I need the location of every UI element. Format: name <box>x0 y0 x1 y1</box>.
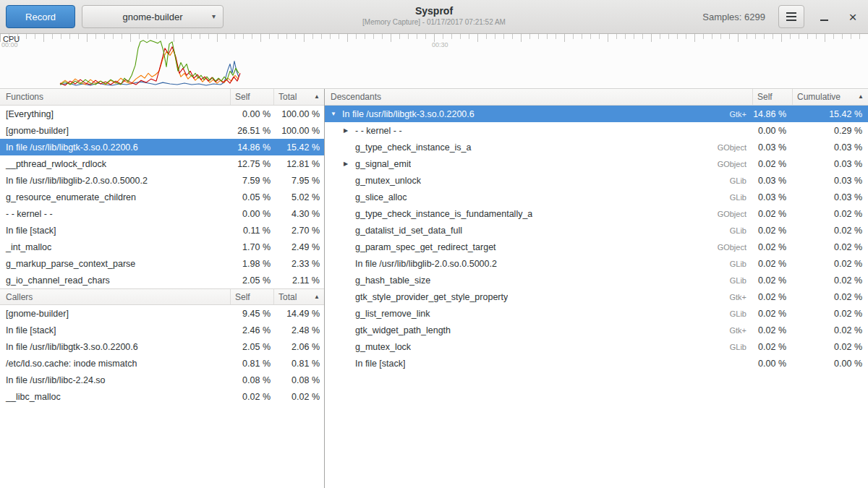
total-percent: 14.49 % <box>273 309 324 319</box>
self-percent: 0.00 % <box>230 209 273 219</box>
self-percent: 0.00 % <box>752 359 792 369</box>
descendant-row[interactable]: g_type_check_instance_is_fundamentally_a… <box>325 205 868 222</box>
cumulative-percent: 0.03 % <box>792 142 868 153</box>
library-tag: GLib <box>730 193 746 202</box>
library-tag: GLib <box>730 309 746 318</box>
self-percent: 0.81 % <box>230 359 273 369</box>
table-row[interactable]: __pthread_rwlock_rdlock 12.75 % 12.81 % <box>0 155 324 172</box>
sort-ascending-icon: ▲ <box>314 289 320 304</box>
function-name: __libc_malloc <box>0 392 230 402</box>
total-column-label: Total <box>278 92 297 102</box>
self-percent: 0.02 % <box>752 242 792 252</box>
self-percent: 9.45 % <box>230 309 273 319</box>
total-percent: 12.81 % <box>273 159 324 169</box>
descendant-row[interactable]: gtk_style_provider_get_style_property Gt… <box>325 288 868 305</box>
self-percent: 0.08 % <box>230 375 273 385</box>
table-row[interactable]: g_io_channel_read_chars 2.05 % 2.11 % <box>0 272 324 288</box>
function-name: g_param_spec_get_redirect_target <box>355 242 496 252</box>
self-percent: 0.02 % <box>752 342 792 352</box>
table-row[interactable]: [Everything] 0.00 % 100.00 % <box>0 106 324 122</box>
cumulative-percent: 0.02 % <box>792 309 868 319</box>
cpu-graph[interactable]: CPU 00:00 00:30 <box>0 34 868 89</box>
cumulative-column-label: Cumulative <box>797 92 841 102</box>
total-percent: 2.48 % <box>273 325 324 335</box>
cumulative-column-header[interactable]: Cumulative ▲ <box>792 89 868 105</box>
descendant-row[interactable]: ▶ g_signal_emit GObject 0.02 % 0.03 % <box>325 155 868 172</box>
record-button[interactable]: Record <box>6 5 75 28</box>
total-percent: 0.08 % <box>273 375 324 385</box>
samples-count: Samples: 6299 <box>702 12 765 22</box>
process-selector-dropdown[interactable]: gnome-builder ▾ <box>82 5 224 28</box>
table-row[interactable]: In file [stack] 0.11 % 2.70 % <box>0 222 324 239</box>
function-name: In file /usr/lib/libgtk-3.so.0.2200.6 <box>342 109 475 119</box>
table-row[interactable]: g_markup_parse_context_parse 1.98 % 2.33… <box>0 255 324 272</box>
descendant-row[interactable]: g_mutex_lock GLib 0.02 % 0.02 % <box>325 338 868 355</box>
expander-icon[interactable]: ▶ <box>344 160 355 167</box>
descendant-row[interactable]: g_datalist_id_set_data_full GLib 0.02 % … <box>325 222 868 239</box>
self-percent: 0.11 % <box>230 226 273 236</box>
menu-button[interactable] <box>778 5 804 28</box>
descendant-row[interactable]: In file /usr/lib/libglib-2.0.so.0.5000.2… <box>325 255 868 272</box>
self-column-header[interactable]: Self <box>230 89 273 105</box>
table-row[interactable]: In file /usr/lib/libgtk-3.so.0.2200.6 14… <box>0 139 324 155</box>
table-row[interactable]: __libc_malloc 0.02 % 0.02 % <box>0 388 324 405</box>
function-name: _int_malloc <box>0 242 230 252</box>
function-name: g_signal_emit <box>355 159 411 169</box>
total-percent: 0.02 % <box>273 392 324 402</box>
close-button[interactable]: × <box>843 7 862 26</box>
descendant-row[interactable]: In file [stack] 0.00 % 0.00 % <box>325 355 868 372</box>
total-column-label: Total <box>278 292 297 302</box>
table-row[interactable]: In file /usr/lib/libglib-2.0.so.0.5000.2… <box>0 172 324 189</box>
cumulative-percent: 0.03 % <box>792 159 868 169</box>
function-name: - - kernel - - <box>355 126 402 136</box>
table-row[interactable]: In file [stack] 2.46 % 2.48 % <box>0 322 324 338</box>
descendant-row[interactable]: ▶ - - kernel - - 0.00 % 0.29 % <box>325 122 868 139</box>
descendants-column-header[interactable]: Descendants <box>325 89 752 105</box>
self-column-header[interactable]: Self <box>752 89 792 105</box>
table-row[interactable]: In file /usr/lib/libc-2.24.so 0.08 % 0.0… <box>0 372 324 388</box>
library-tag: GLib <box>730 260 746 268</box>
descendant-row[interactable]: g_hash_table_size GLib 0.02 % 0.02 % <box>325 272 868 288</box>
descendant-row[interactable]: g_mutex_unlock GLib 0.03 % 0.03 % <box>325 172 868 189</box>
library-tag: Gtk+ <box>729 110 746 119</box>
descendant-row[interactable]: g_param_spec_get_redirect_target GObject… <box>325 239 868 255</box>
table-row[interactable]: [gnome-builder] 9.45 % 14.49 % <box>0 305 324 322</box>
function-name: g_type_check_instance_is_a <box>355 142 472 153</box>
self-percent: 0.02 % <box>752 275 792 286</box>
total-percent: 2.70 % <box>273 226 324 236</box>
library-tag: Gtk+ <box>729 293 746 301</box>
table-row[interactable]: In file /usr/lib/libgtk-3.so.0.2200.6 2.… <box>0 338 324 355</box>
function-name: [gnome-builder] <box>0 126 230 136</box>
descendant-row[interactable]: g_slice_alloc GLib 0.03 % 0.03 % <box>325 189 868 205</box>
library-tag: GObject <box>718 210 746 218</box>
table-row[interactable]: _int_malloc 1.70 % 2.49 % <box>0 239 324 255</box>
descendant-row[interactable]: ▼ In file /usr/lib/libgtk-3.so.0.2200.6 … <box>325 106 868 122</box>
self-column-header[interactable]: Self <box>230 289 273 304</box>
total-column-header[interactable]: Total ▲ <box>273 89 324 105</box>
total-column-header[interactable]: Total ▲ <box>273 289 324 304</box>
function-name: /etc/ld.so.cache: inode mismatch <box>0 359 230 369</box>
callers-column-header[interactable]: Callers <box>0 289 230 304</box>
self-percent: 14.86 % <box>230 142 273 153</box>
table-row[interactable]: [gnome-builder] 26.51 % 100.00 % <box>0 122 324 139</box>
self-percent: 0.03 % <box>752 176 792 186</box>
expander-icon[interactable]: ▶ <box>344 127 355 134</box>
process-selector-label: gnome-builder <box>122 12 182 22</box>
table-row[interactable]: g_resource_enumerate_children 0.05 % 5.0… <box>0 189 324 205</box>
table-row[interactable]: /etc/ld.so.cache: inode mismatch 0.81 % … <box>0 355 324 372</box>
function-name: In file [stack] <box>0 226 230 236</box>
descendant-row[interactable]: g_type_check_instance_is_a GObject 0.03 … <box>325 139 868 155</box>
functions-column-header[interactable]: Functions <box>0 89 230 105</box>
total-percent: 7.95 % <box>273 176 324 186</box>
function-name: gtk_style_provider_get_style_property <box>355 292 508 302</box>
minimize-button[interactable] <box>814 7 833 26</box>
total-percent: 15.42 % <box>273 142 324 153</box>
expander-icon[interactable]: ▼ <box>331 111 342 117</box>
function-name: g_list_remove_link <box>355 309 430 319</box>
descendant-row[interactable]: gtk_widget_path_length Gtk+ 0.02 % 0.02 … <box>325 322 868 338</box>
descendant-row[interactable]: g_list_remove_link GLib 0.02 % 0.02 % <box>325 305 868 322</box>
library-tag: GLib <box>730 226 746 235</box>
table-row[interactable]: - - kernel - - 0.00 % 4.30 % <box>0 205 324 222</box>
callers-header-row: Callers Self Total ▲ <box>0 288 324 305</box>
library-tag: GLib <box>730 343 746 351</box>
